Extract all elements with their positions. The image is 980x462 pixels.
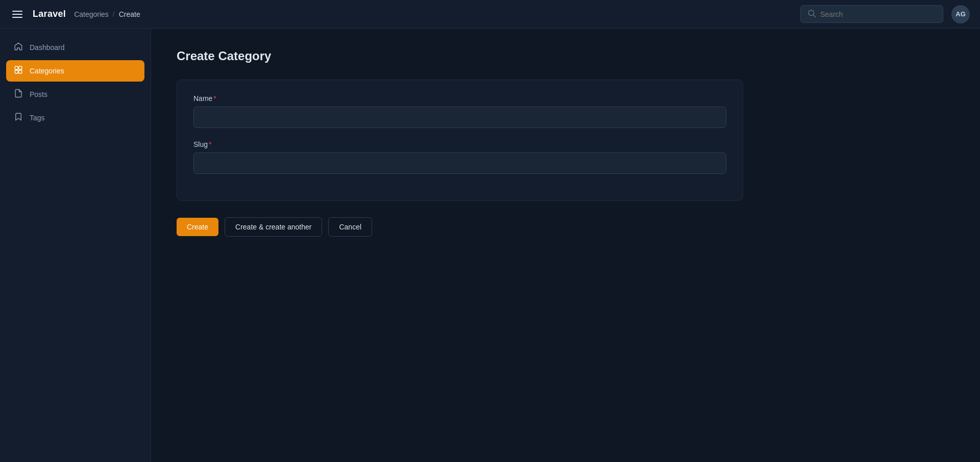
slug-label: Slug* <box>193 140 726 148</box>
sidebar-item-categories[interactable]: Categories <box>6 60 144 82</box>
sidebar-item-label: Categories <box>30 67 64 75</box>
slug-required-star: * <box>209 140 211 148</box>
breadcrumb-parent[interactable]: Categories <box>74 10 109 18</box>
slug-input[interactable] <box>193 152 726 174</box>
svg-rect-3 <box>15 70 18 73</box>
search-icon <box>807 9 816 19</box>
svg-line-1 <box>813 15 815 17</box>
bookmark-icon <box>13 112 23 123</box>
file-icon <box>13 89 23 100</box>
create-another-button[interactable]: Create & create another <box>225 217 322 237</box>
name-field-group: Name* <box>193 94 726 128</box>
breadcrumb: Categories / Create <box>74 10 140 18</box>
sidebar-item-label: Tags <box>30 114 45 122</box>
app-title: Laravel <box>33 9 66 19</box>
sidebar-item-posts[interactable]: Posts <box>6 84 144 105</box>
sidebar: Dashboard Categories Posts <box>0 29 151 462</box>
svg-rect-5 <box>19 70 22 73</box>
main-content: Create Category Name* Slug* Create Creat… <box>151 29 980 462</box>
cancel-button[interactable]: Cancel <box>328 217 372 237</box>
sidebar-item-tags[interactable]: Tags <box>6 107 144 129</box>
form-actions: Create Create & create another Cancel <box>177 217 954 237</box>
user-avatar[interactable]: AG <box>951 5 970 23</box>
svg-rect-2 <box>15 66 18 69</box>
topbar-left: Laravel Categories / Create <box>10 9 140 20</box>
tag-icon <box>13 65 23 76</box>
form-card: Name* Slug* <box>177 80 743 201</box>
name-label: Name* <box>193 94 726 102</box>
search-box[interactable] <box>800 5 943 23</box>
sidebar-item-label: Posts <box>30 90 47 98</box>
breadcrumb-separator: / <box>113 10 115 18</box>
search-input[interactable] <box>820 10 937 18</box>
topbar: Laravel Categories / Create AG <box>0 0 980 29</box>
create-button[interactable]: Create <box>177 218 218 236</box>
sidebar-item-dashboard[interactable]: Dashboard <box>6 37 144 58</box>
name-input[interactable] <box>193 107 726 128</box>
page-title: Create Category <box>177 49 954 63</box>
slug-field-group: Slug* <box>193 140 726 174</box>
breadcrumb-current: Create <box>119 10 140 18</box>
main-layout: Dashboard Categories Posts <box>0 29 980 462</box>
topbar-right: AG <box>800 5 970 23</box>
hamburger-menu-button[interactable] <box>10 9 24 20</box>
sidebar-item-label: Dashboard <box>30 43 65 52</box>
home-icon <box>13 42 23 53</box>
svg-rect-4 <box>19 66 22 69</box>
name-required-star: * <box>213 94 216 102</box>
